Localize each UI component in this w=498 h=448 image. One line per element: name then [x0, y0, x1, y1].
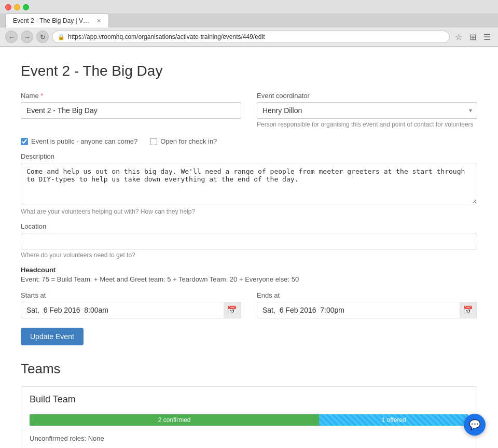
coordinator-select-wrapper: Henry Dillon ▾ [257, 102, 477, 119]
coordinator-label: Event coordinator [257, 92, 477, 100]
teams-title: Teams [21, 361, 477, 377]
coordinator-hint: Person responsible for organising this e… [257, 121, 477, 128]
ends-at-wrapper: 📅 [257, 302, 477, 318]
menu-icon[interactable]: ☰ [481, 31, 493, 43]
date-row: Starts at 📅 Ends at 📅 [21, 291, 477, 318]
headcount-label: Headcount [21, 266, 477, 274]
nav-actions: ☆ ⊞ ☰ [453, 31, 493, 43]
public-checkbox-text: Event is public - anyone can come? [31, 137, 137, 145]
tab-close-icon[interactable]: ✕ [96, 18, 101, 24]
bar-confirmed-build: 2 confirmed [30, 414, 319, 426]
description-textarea[interactable]: Come and help us out on this big day. We… [21, 163, 477, 204]
ends-at-label: Ends at [257, 291, 477, 299]
checkbox-row: Event is public - anyone can come? Open … [21, 137, 477, 145]
lock-icon: 🔒 [58, 34, 65, 40]
progress-bar-build: 2 confirmed 1 offered [30, 414, 468, 426]
team-card-header-build: Build Team [21, 387, 477, 410]
titlebar [0, 0, 498, 13]
ends-at-calendar-icon[interactable]: 📅 [460, 302, 477, 318]
checkin-checkbox-text: Open for check in? [160, 137, 217, 145]
name-coordinator-row: Name * Event coordinator Henry Dillon ▾ … [21, 92, 477, 128]
tab-title: Event 2 - The Big Day | VR... [13, 17, 92, 24]
starts-at-label: Starts at [21, 291, 241, 299]
browser-nav: ← → ↻ 🔒 https://app.vroomhq.com/organisa… [0, 27, 498, 47]
coordinator-group: Event coordinator Henry Dillon ▾ Person … [257, 92, 477, 128]
bookmark-icon[interactable]: ☆ [453, 31, 464, 43]
forward-button[interactable]: → [21, 31, 33, 43]
location-label: Location [21, 222, 477, 230]
address-bar[interactable]: 🔒 https://app.vroomhq.com/organisations/… [52, 31, 450, 43]
extensions-icon[interactable]: ⊞ [467, 31, 478, 43]
back-button[interactable]: ← [5, 31, 18, 43]
unconfirmed-build: Unconfirmed roles: None [21, 430, 477, 448]
update-event-button[interactable]: Update Event [21, 328, 84, 345]
close-dot[interactable] [5, 4, 11, 10]
location-hint: Where do your volunteers need to get to? [21, 251, 477, 259]
starts-at-calendar-icon[interactable]: 📅 [224, 302, 241, 318]
browser-chrome: Event 2 - The Big Day | VR... ✕ ← → ↻ 🔒 … [0, 0, 498, 47]
chat-button[interactable]: 💬 [464, 414, 486, 436]
starts-at-group: Starts at 📅 [21, 291, 241, 318]
required-star: * [39, 92, 44, 100]
refresh-button[interactable]: ↻ [36, 31, 49, 43]
starts-at-wrapper: 📅 [21, 302, 241, 318]
tab-bar: Event 2 - The Big Day | VR... ✕ [0, 13, 498, 27]
public-checkbox-label[interactable]: Event is public - anyone can come? [21, 137, 137, 145]
ends-at-input[interactable] [257, 302, 477, 318]
name-label: Name * [21, 92, 241, 100]
name-group: Name * [21, 92, 241, 128]
public-checkbox[interactable] [21, 138, 28, 145]
minimize-dot[interactable] [14, 4, 20, 10]
headcount-text: Event: 75 = Build Team: + Meet and Greet… [21, 275, 477, 283]
coordinator-select[interactable]: Henry Dillon [257, 102, 477, 119]
browser-tab[interactable]: Event 2 - The Big Day | VR... ✕ [5, 13, 109, 27]
page-content: Event 2 - The Big Day Name * Event coord… [0, 47, 498, 448]
url-text: https://app.vroomhq.com/organisations/ac… [68, 33, 265, 40]
team-name-build: Build Team [30, 394, 76, 404]
description-hint: What are your volunteers helping out wit… [21, 208, 477, 215]
page-title: Event 2 - The Big Day [21, 63, 477, 79]
name-input[interactable] [21, 102, 241, 119]
description-label: Description [21, 152, 477, 160]
ends-at-group: Ends at 📅 [257, 291, 477, 318]
window-controls [5, 4, 29, 10]
starts-at-input[interactable] [21, 302, 241, 318]
maximize-dot[interactable] [23, 4, 29, 10]
checkin-checkbox[interactable] [150, 138, 157, 145]
team-card-build: Build Team 2 confirmed 1 offered Unconfi… [21, 386, 477, 448]
bar-offered-build: 1 offered [319, 414, 468, 426]
location-input[interactable] [21, 233, 477, 249]
checkin-checkbox-label[interactable]: Open for check in? [150, 137, 217, 145]
